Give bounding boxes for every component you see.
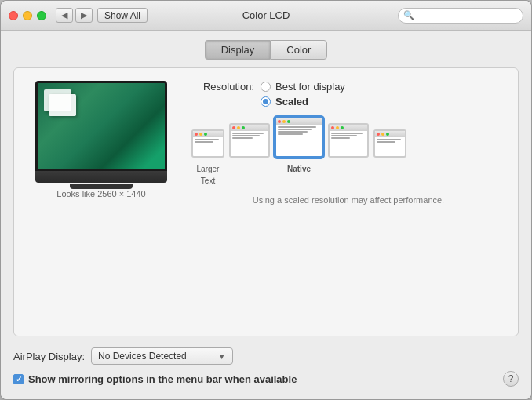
- scale-preview-native[interactable]: [275, 117, 323, 158]
- traffic-lights: [9, 11, 46, 20]
- mirror-checkbox[interactable]: ✓: [13, 374, 24, 384]
- scale-preview-1[interactable]: [191, 129, 224, 158]
- scale-preview-5[interactable]: [373, 129, 406, 158]
- radio-best[interactable]: Best for display: [261, 81, 345, 93]
- scale-preview-2[interactable]: [229, 123, 270, 158]
- dot-red-2: [232, 126, 235, 129]
- close-button[interactable]: [9, 11, 18, 20]
- text-line-1a: [195, 139, 219, 140]
- scale-options: [191, 117, 505, 158]
- text-line-2c: [232, 137, 253, 139]
- text-line-2b: [232, 135, 260, 136]
- content: Display Color Looks like 2560 × 1: [1, 31, 531, 399]
- checkmark-icon: ✓: [16, 375, 22, 384]
- preview-content-2: [231, 131, 268, 156]
- text-line-4b: [331, 135, 357, 136]
- mirror-row: ✓ Show mirroring options in the menu bar…: [13, 371, 519, 387]
- preview-content-1: [193, 137, 223, 156]
- tab-color-label: Color: [286, 44, 311, 56]
- scale-preview-4[interactable]: [328, 123, 369, 158]
- nav-buttons: ◀ ▶: [56, 8, 93, 23]
- window: ◀ ▶ Show All Color LCD 🔍 Display Color: [0, 0, 532, 400]
- search-input[interactable]: [417, 10, 532, 21]
- scale-item-larger-text: [191, 129, 224, 158]
- mirror-label: Show mirroring options in the menu bar w…: [28, 373, 297, 385]
- help-icon: ?: [508, 373, 514, 384]
- preview-header-2: [231, 125, 268, 131]
- maximize-button[interactable]: [37, 11, 46, 20]
- monitor-section: Looks like 2560 × 1440: [27, 81, 176, 323]
- radio-scaled[interactable]: Scaled: [261, 96, 345, 107]
- main-panel: Looks like 2560 × 1440 Resolution: Best …: [13, 67, 519, 336]
- dot-green-4: [341, 126, 344, 129]
- native-label: Native: [287, 165, 311, 173]
- radio-best-label: Best for display: [275, 81, 345, 93]
- text-line-4a: [331, 133, 363, 134]
- text-line-nd: [278, 133, 303, 135]
- tab-display[interactable]: Display: [205, 40, 271, 60]
- dot-yellow-5: [381, 133, 384, 136]
- radio-scaled-circle[interactable]: [261, 96, 271, 107]
- help-button[interactable]: ?: [503, 371, 519, 387]
- text-line-5a: [377, 139, 401, 140]
- radio-best-circle[interactable]: [261, 82, 271, 92]
- dot-yellow-2: [237, 126, 240, 129]
- dot-red-native: [278, 120, 281, 123]
- preview-header-native: [276, 118, 322, 125]
- minimize-button[interactable]: [23, 11, 32, 20]
- scale-hint: Using a scaled resolution may affect per…: [253, 195, 444, 205]
- monitor-stand: [35, 171, 167, 183]
- dot-green-2: [242, 126, 245, 129]
- monitor: [35, 81, 167, 183]
- preview-header-4: [330, 125, 367, 131]
- dot-yellow-4: [336, 126, 339, 129]
- airplay-dropdown[interactable]: No Devices Detected ▼: [91, 347, 233, 365]
- monitor-screen: [38, 83, 165, 169]
- scale-item-4: [328, 123, 369, 158]
- resolution-options: Best for display Scaled: [261, 81, 345, 107]
- text-line-5b: [377, 141, 395, 143]
- dropdown-arrow-icon: ▼: [218, 352, 226, 361]
- radio-scaled-label: Scaled: [275, 96, 308, 107]
- window-title: Color LCD: [242, 9, 290, 21]
- bottom-bar: AirPlay Display: No Devices Detected ▼ ✓…: [13, 344, 519, 390]
- show-all-label: Show All: [104, 10, 140, 21]
- text-line-nb: [278, 129, 312, 130]
- dot-yellow-1: [199, 133, 202, 136]
- scale-item-5: [373, 129, 406, 158]
- tab-bar: Display Color: [13, 40, 519, 60]
- scale-item-2: [229, 123, 270, 158]
- scale-item-native: [275, 117, 323, 158]
- show-all-button[interactable]: Show All: [97, 8, 148, 23]
- dot-red-1: [195, 133, 198, 136]
- dot-yellow-native: [282, 120, 286, 123]
- text-line-nc: [278, 131, 308, 133]
- monitor-frame: [35, 81, 167, 171]
- tab-color[interactable]: Color: [270, 40, 327, 60]
- preview-content-4: [330, 131, 367, 156]
- preview-content-native: [276, 125, 322, 156]
- dot-green-5: [386, 133, 389, 136]
- preview-header-5: [375, 131, 405, 137]
- text-line-1b: [195, 141, 213, 143]
- monitor-size-label: Looks like 2560 × 1440: [56, 189, 145, 198]
- text-line-2a: [232, 133, 264, 134]
- tab-display-label: Display: [221, 44, 255, 56]
- text-line-na: [278, 126, 316, 128]
- search-icon: 🔍: [403, 10, 414, 20]
- dot-green-native: [287, 120, 290, 123]
- dot-green-1: [204, 133, 207, 136]
- back-button[interactable]: ◀: [56, 8, 73, 23]
- mirror-checkbox-wrapper[interactable]: ✓ Show mirroring options in the menu bar…: [13, 373, 297, 385]
- search-box[interactable]: 🔍: [398, 8, 523, 24]
- text-line-4c: [331, 137, 350, 139]
- dot-red-5: [377, 133, 380, 136]
- resolution-label: Resolution:: [191, 81, 254, 93]
- preview-header-1: [193, 131, 223, 137]
- resolution-row: Resolution: Best for display Scaled: [191, 81, 505, 107]
- forward-button[interactable]: ▶: [75, 8, 93, 23]
- airplay-label: AirPlay Display:: [13, 351, 85, 362]
- larger-text-label: Larger Text: [197, 165, 220, 185]
- airplay-dropdown-value: No Devices Detected: [98, 351, 187, 362]
- titlebar: ◀ ▶ Show All Color LCD 🔍: [1, 1, 531, 31]
